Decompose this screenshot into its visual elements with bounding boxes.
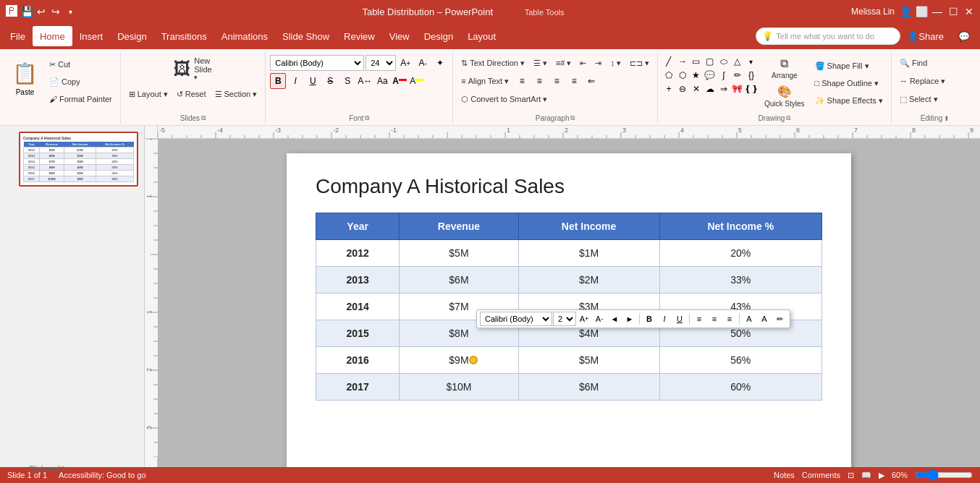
menu-table-design[interactable]: Design [417,26,460,46]
shape-oval-btn[interactable]: ⬭ [717,55,730,68]
paste-button[interactable]: 📋 Paste [6,54,44,104]
mt-italic-button[interactable]: I [657,312,672,326]
mt-align-right-button[interactable]: ≡ [722,312,737,326]
replace-button[interactable]: ↔ Replace ▾ [896,73,949,89]
quick-access-undo[interactable]: ↩ [36,7,46,17]
mt-size-select[interactable]: 24 [553,312,576,326]
decrease-indent-button[interactable]: ⇤ [576,55,590,71]
maximize-icon[interactable]: ☐ [948,7,958,17]
menu-share[interactable]: 👤 Share [900,26,951,46]
shape-triangle-btn[interactable]: △ [731,55,744,68]
mt-clear-button[interactable]: ✏ [772,312,787,326]
line-spacing-button[interactable]: ↕ ▾ [607,55,625,71]
copy-button[interactable]: 📄 Copy [46,74,116,90]
menu-animations[interactable]: Animations [214,26,275,46]
layout-button[interactable]: ⊞ Layout ▾ [125,86,172,102]
shape-line-btn[interactable]: ╱ [662,55,675,68]
menu-comments[interactable]: 💬 [951,26,977,46]
clear-formatting-button[interactable]: ✦ [432,55,448,71]
italic-button[interactable]: I [287,73,303,89]
font-size-select[interactable]: 24 [366,55,396,71]
shape-plus-btn[interactable]: + [662,82,675,95]
increase-font-size-button[interactable]: A+ [397,55,413,71]
shape-brace-btn[interactable]: ❴❵ [745,82,758,95]
view-slideshow-icon[interactable]: ▶ [879,471,884,480]
shape-callout-btn[interactable]: 💬 [704,69,717,82]
menu-file[interactable]: File [3,26,33,46]
quick-access-redo[interactable]: ↪ [51,7,61,17]
close-icon[interactable]: ✕ [964,7,974,17]
menu-view[interactable]: View [382,26,417,46]
underline-button[interactable]: U [305,73,321,89]
decrease-font-size-button[interactable]: A- [415,55,431,71]
align-text-button[interactable]: ≡ Align Text ▾ [457,73,512,89]
shape-freeform-btn[interactable]: ✏ [731,69,744,82]
columns-button[interactable]: ⊏⊐ ▾ [626,55,653,71]
align-center-button[interactable]: ≡ [531,73,547,89]
minimize-icon[interactable]: — [932,7,942,17]
paragraph-expand-icon[interactable]: ⧉ [570,114,575,122]
bullets-button[interactable]: ☰ ▾ [530,55,551,71]
drawing-expand-icon[interactable]: ⧉ [786,114,790,122]
mt-align-center-button[interactable]: ≡ [707,312,722,326]
shape-effects-button[interactable]: ✨ Shape Effects ▾ [811,93,887,108]
align-left-button[interactable]: ≡ [514,73,530,89]
shape-cloud-btn[interactable]: ☁ [704,82,717,95]
menu-review[interactable]: Review [337,26,382,46]
shadow-button[interactable]: S [339,73,355,89]
ribbon-display-icon[interactable]: ⬜ [916,7,926,17]
tell-me-bar[interactable]: 💡 Tell me what you want to do [756,27,900,45]
rtl-button[interactable]: ⇐ [583,73,599,89]
arrange-button[interactable]: ⧉ Arrange [761,55,808,82]
editing-expand-icon[interactable]: ⬆ [944,115,950,122]
shape-outline-button[interactable]: □ Shape Outline ▾ [811,75,887,91]
find-button[interactable]: 🔍 Find [896,55,949,71]
strikethrough-button[interactable]: S [322,73,338,89]
app-logo-icon[interactable]: 🅿 [6,5,17,18]
view-normal-icon[interactable]: ⊡ [848,471,854,480]
increase-indent-button[interactable]: ⇥ [591,55,605,71]
menu-transitions[interactable]: Transitions [154,26,214,46]
menu-home[interactable]: Home [33,26,72,46]
shape-more-btn[interactable]: ▾ [745,55,758,68]
slides-expand-icon[interactable]: ⧉ [201,114,206,122]
menu-insert[interactable]: Insert [72,26,111,46]
mt-indent-dec-button[interactable]: ◄ [607,312,622,326]
mt-indent-inc-button[interactable]: ► [622,312,637,326]
quick-styles-button[interactable]: 🎨 Quick Styles [761,82,808,110]
comments-button[interactable]: Comments [802,471,840,479]
menu-slideshow[interactable]: Slide Show [275,26,337,46]
menu-table-layout[interactable]: Layout [460,26,503,46]
menu-design[interactable]: Design [110,26,153,46]
shape-star-btn[interactable]: ★ [690,69,703,82]
justify-button[interactable]: ≡ [566,73,582,89]
shape-curve-btn[interactable]: ∫ [717,69,730,82]
font-family-select[interactable]: Calibri (Body) [270,55,364,71]
new-slide-button[interactable]: 🖼 New Slide ▾ [169,54,216,84]
quick-access-save[interactable]: 💾 [22,7,32,17]
mt-font-color-button[interactable]: A [757,312,772,326]
char-spacing-button[interactable]: A↔ [357,73,373,89]
notes-button[interactable]: Notes [774,471,795,479]
text-direction-button[interactable]: ⇅ Text Direction ▾ [457,55,528,71]
quick-access-customize[interactable]: ▾ [65,7,75,17]
shape-minus-btn[interactable]: ⊖ [676,82,689,95]
font-expand-icon[interactable]: ⧉ [365,114,369,122]
mt-grow-button[interactable]: A+ [577,312,591,326]
mt-bold-button[interactable]: B [642,312,656,326]
align-right-button[interactable]: ≡ [549,73,565,89]
slide-thumbnail-1[interactable]: Company A Historical Sales Year Revenue … [19,132,138,187]
bold-button[interactable]: B [270,73,286,89]
shape-block-arrow-btn[interactable]: ⇒ [717,82,730,95]
shape-fill-button[interactable]: 🪣 Shape Fill ▾ [811,58,887,74]
mt-highlight-button[interactable]: A [742,312,756,326]
cut-button[interactable]: ✂ Cut [46,56,116,72]
shape-arrow-btn[interactable]: → [676,55,689,68]
mt-underline-button[interactable]: U [672,312,687,326]
section-button[interactable]: ☰ Section ▾ [211,86,261,102]
shape-hexagon-btn[interactable]: ⬡ [676,69,689,82]
zoom-slider[interactable] [915,471,973,479]
view-reading-icon[interactable]: 📖 [861,471,871,480]
mt-align-left-button[interactable]: ≡ [692,312,706,326]
select-button[interactable]: ⬚ Select ▾ [896,91,949,107]
